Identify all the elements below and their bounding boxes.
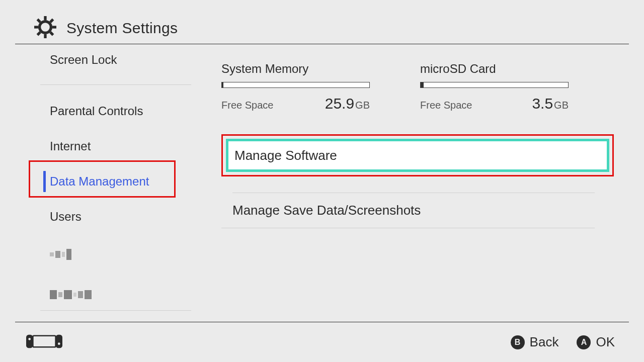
sidebar-item-label: Parental Controls bbox=[50, 104, 143, 118]
svg-rect-1 bbox=[44, 16, 46, 20]
sidebar-item-redacted-1[interactable] bbox=[0, 234, 182, 275]
b-button-icon: B bbox=[511, 335, 525, 349]
ok-button[interactable]: A OK bbox=[577, 334, 615, 350]
ok-label: OK bbox=[596, 334, 615, 350]
sidebar-divider bbox=[40, 84, 191, 85]
page-title: System Settings bbox=[66, 20, 178, 37]
storage-bar bbox=[420, 82, 569, 88]
option-manage-save-data[interactable]: Manage Save Data/Screenshots bbox=[221, 193, 595, 228]
system-settings-screen: System Settings Screen Lock Parental Con… bbox=[0, 0, 644, 362]
sidebar: Screen Lock Parental Controls Internet D… bbox=[0, 44, 182, 321]
storage-bar bbox=[221, 82, 370, 88]
storage-microsd: microSD Card Free Space 3.5GB bbox=[420, 62, 569, 112]
sidebar-item-label: Internet bbox=[50, 139, 91, 153]
free-space-unit: GB bbox=[355, 100, 370, 111]
redacted-icon bbox=[50, 290, 92, 299]
sidebar-item-parental-controls[interactable]: Parental Controls bbox=[0, 94, 182, 129]
main-panel: System Memory Free Space 25.9GB microSD … bbox=[182, 44, 644, 321]
svg-rect-3 bbox=[34, 26, 38, 28]
option-manage-software[interactable]: Manage Software bbox=[226, 139, 609, 172]
footer: B Back A OK bbox=[0, 322, 644, 362]
svg-point-13 bbox=[58, 342, 60, 345]
svg-rect-9 bbox=[26, 334, 33, 348]
free-space-amount: 3.5 bbox=[532, 95, 553, 112]
option-label: Manage Save Data/Screenshots bbox=[232, 203, 421, 218]
sidebar-divider bbox=[40, 310, 191, 311]
free-space-label: Free Space bbox=[420, 100, 472, 111]
svg-rect-4 bbox=[52, 26, 56, 28]
back-label: Back bbox=[530, 334, 559, 350]
highlight-box-main: Manage Software bbox=[221, 134, 614, 176]
svg-rect-2 bbox=[44, 34, 46, 38]
sidebar-item-label: Data Management bbox=[50, 174, 149, 189]
free-space-label: Free Space bbox=[221, 100, 273, 111]
sidebar-item-label: Users bbox=[50, 210, 82, 224]
storage-system-memory: System Memory Free Space 25.9GB bbox=[221, 62, 370, 112]
svg-rect-10 bbox=[56, 334, 62, 348]
selected-indicator bbox=[43, 171, 46, 192]
svg-rect-11 bbox=[33, 335, 55, 347]
sidebar-item-data-management[interactable]: Data Management bbox=[0, 164, 182, 199]
header: System Settings bbox=[0, 0, 644, 44]
controller-icon bbox=[26, 333, 62, 352]
option-label: Manage Software bbox=[234, 148, 337, 163]
sidebar-item-internet[interactable]: Internet bbox=[0, 129, 182, 164]
storage-title: System Memory bbox=[221, 62, 370, 76]
sidebar-item-users[interactable]: Users bbox=[0, 199, 182, 234]
storage-bar-used bbox=[421, 82, 424, 87]
a-button-icon: A bbox=[577, 335, 591, 349]
free-space-unit: GB bbox=[554, 100, 569, 111]
back-button[interactable]: B Back bbox=[511, 334, 559, 350]
storage-bar-used bbox=[222, 82, 223, 87]
gear-icon bbox=[34, 16, 56, 40]
sidebar-item-label: Screen Lock bbox=[50, 53, 117, 67]
sidebar-item-redacted-2[interactable] bbox=[0, 275, 182, 315]
svg-point-0 bbox=[40, 22, 51, 33]
storage-title: microSD Card bbox=[420, 62, 569, 76]
free-space-amount: 25.9 bbox=[325, 95, 354, 112]
svg-point-12 bbox=[28, 338, 31, 340]
sidebar-item-screen-lock[interactable]: Screen Lock bbox=[0, 44, 182, 76]
redacted-icon bbox=[50, 249, 71, 260]
storage-row: System Memory Free Space 25.9GB microSD … bbox=[221, 62, 614, 112]
